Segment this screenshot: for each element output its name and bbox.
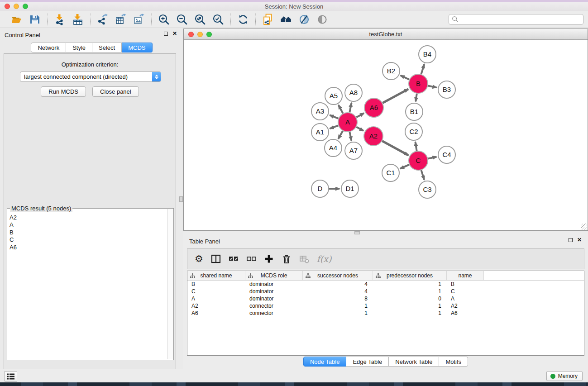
- tab-network-table[interactable]: Network Table: [389, 357, 439, 367]
- node-B4[interactable]: B4: [419, 46, 436, 63]
- add-row-button[interactable]: [264, 252, 274, 266]
- node-A7[interactable]: A7: [345, 142, 362, 159]
- toggle-visibility-button[interactable]: [297, 13, 311, 26]
- tab-network[interactable]: Network: [31, 43, 66, 52]
- tab-select[interactable]: Select: [92, 43, 122, 52]
- edge-A-A8[interactable]: [349, 103, 351, 113]
- table-row[interactable]: A2connector11A2: [187, 302, 584, 310]
- settings-button[interactable]: ⚙: [195, 252, 203, 266]
- zoom-selected-button[interactable]: [211, 13, 225, 26]
- table-row[interactable]: A6connector11A6: [187, 310, 584, 317]
- result-list-item[interactable]: A2: [8, 214, 167, 221]
- table-row[interactable]: Cdominator41C: [187, 288, 584, 295]
- tab-edge-table[interactable]: Edge Table: [346, 357, 389, 367]
- node-B[interactable]: B: [409, 74, 428, 93]
- network-doc-button[interactable]: [261, 13, 275, 26]
- node-B1[interactable]: B1: [406, 103, 423, 120]
- node-A4[interactable]: A4: [325, 139, 342, 157]
- toggle-columns-button[interactable]: [211, 252, 221, 266]
- close-panel-button[interactable]: Close panel: [92, 86, 139, 97]
- column-header-successor-nodes[interactable]: successor nodes: [303, 271, 373, 280]
- zoom-fit-button[interactable]: [193, 13, 207, 26]
- edge-A-A2[interactable]: [356, 127, 363, 131]
- edge-A2-C[interactable]: [382, 141, 408, 155]
- edge-C-C4[interactable]: [428, 157, 437, 159]
- node-C2[interactable]: C2: [405, 123, 422, 140]
- result-scrollbar[interactable]: [167, 209, 173, 359]
- window-resize-grip[interactable]: [581, 224, 587, 230]
- tab-mcds[interactable]: MCDS: [122, 43, 152, 52]
- table-row[interactable]: Bdominator41B: [187, 281, 584, 288]
- import-network-button[interactable]: [53, 13, 67, 26]
- home-button[interactable]: [279, 13, 293, 26]
- horizontal-splitter-handle[interactable]: [354, 231, 360, 234]
- eye-button[interactable]: [316, 13, 329, 26]
- edge-B-B2[interactable]: [401, 76, 409, 80]
- close-table-panel-icon[interactable]: ✕: [577, 238, 582, 242]
- edge-A-A6[interactable]: [356, 113, 364, 117]
- zoom-out-button[interactable]: [175, 13, 189, 26]
- edge-B-B4[interactable]: [421, 64, 424, 74]
- node-C3[interactable]: C3: [419, 181, 436, 198]
- node-A5[interactable]: A5: [325, 87, 342, 105]
- edge-B-B1[interactable]: [416, 94, 417, 101]
- node-D[interactable]: D: [311, 180, 329, 197]
- delete-row-button[interactable]: [282, 252, 292, 266]
- show-panels-button[interactable]: [5, 371, 17, 381]
- node-A8[interactable]: A8: [345, 84, 362, 101]
- search-input[interactable]: [449, 14, 583, 25]
- memory-button[interactable]: Memory: [546, 371, 583, 381]
- select-all-button[interactable]: [229, 252, 239, 266]
- edge-C-C3[interactable]: [421, 170, 425, 180]
- column-header-name[interactable]: name: [447, 271, 484, 280]
- result-list-item[interactable]: A: [8, 221, 167, 229]
- node-C4[interactable]: C4: [438, 146, 455, 163]
- edge-C-C2[interactable]: [416, 142, 417, 151]
- node-B3[interactable]: B3: [438, 81, 455, 98]
- edge-A6-B[interactable]: [382, 89, 408, 103]
- criterion-dropdown[interactable]: largest connected component (directed): [20, 71, 161, 82]
- tab-node-table[interactable]: Node Table: [303, 357, 347, 367]
- zoom-in-button[interactable]: [157, 13, 171, 26]
- tab-style[interactable]: Style: [66, 43, 92, 52]
- node-C1[interactable]: C1: [382, 164, 399, 181]
- import-table-button[interactable]: [71, 13, 85, 26]
- column-header-mcds-role[interactable]: MCDS role: [245, 271, 303, 280]
- close-panel-icon[interactable]: ✕: [172, 32, 177, 36]
- destroy-table-button[interactable]: [299, 252, 309, 266]
- refresh-button[interactable]: [236, 13, 250, 26]
- edge-B-B3[interactable]: [428, 86, 437, 87]
- float-table-panel-icon[interactable]: [569, 238, 573, 242]
- column-header-predecessor-nodes[interactable]: predecessor nodes: [373, 271, 447, 280]
- deselect-all-button[interactable]: [246, 252, 256, 266]
- result-list-item[interactable]: A6: [8, 244, 167, 251]
- edge-C-C1[interactable]: [400, 165, 409, 169]
- edge-A-A5[interactable]: [339, 105, 343, 113]
- edge-A-A1[interactable]: [330, 125, 339, 129]
- tab-motifs[interactable]: Motifs: [439, 357, 468, 367]
- result-list-item[interactable]: C: [8, 236, 167, 243]
- function-builder-button[interactable]: f(x): [317, 252, 332, 266]
- float-panel-icon[interactable]: [164, 32, 168, 36]
- node-D1[interactable]: D1: [341, 180, 359, 197]
- save-session-button[interactable]: [28, 13, 42, 26]
- node-B2[interactable]: B2: [382, 62, 400, 80]
- column-header-shared-name[interactable]: shared name: [187, 271, 245, 280]
- node-A6[interactable]: A6: [364, 98, 383, 117]
- edge-A-A3[interactable]: [330, 115, 338, 119]
- run-mcds-button[interactable]: Run MCDS: [41, 86, 86, 97]
- node-A3[interactable]: A3: [311, 103, 329, 120]
- vertical-splitter-handle[interactable]: [179, 196, 183, 202]
- node-C[interactable]: C: [409, 151, 428, 170]
- table-row[interactable]: Adominator80A: [187, 295, 584, 302]
- result-list-item[interactable]: B: [8, 229, 167, 236]
- export-network-button[interactable]: [96, 13, 110, 26]
- open-file-button[interactable]: [10, 13, 24, 26]
- edge-A-A4[interactable]: [338, 131, 343, 139]
- network-canvas[interactable]: AA1A2A3A4A5A6A7A8BB1B2B3B4CC1C2C3C4DD1: [184, 40, 588, 230]
- node-A2[interactable]: A2: [364, 127, 383, 146]
- node-A[interactable]: A: [338, 113, 357, 132]
- export-image-button[interactable]: [132, 13, 146, 26]
- edge-A-A7[interactable]: [349, 132, 351, 141]
- export-table-button[interactable]: [114, 13, 128, 26]
